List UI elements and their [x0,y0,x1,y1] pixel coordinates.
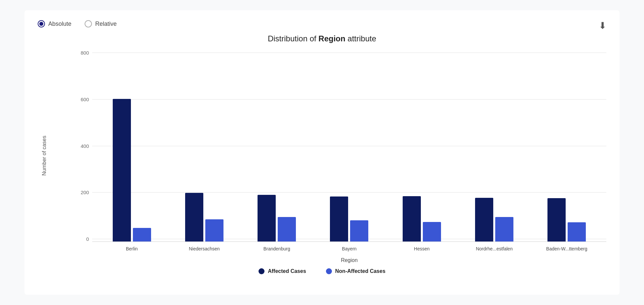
bar-non-affected [205,219,223,242]
radio-circle-relative [85,20,92,27]
bar-affected [475,198,493,242]
radio-absolute[interactable]: Absolute [38,20,71,27]
bar-group [113,99,151,242]
y-axis-label: Number of cases [38,50,51,262]
bar-non-affected [278,217,296,242]
legend-dot-nonaffected [326,268,332,274]
x-axis-title: Region [51,257,606,263]
x-axis-label-badenwttemberg: Baden-W...ttemberg [531,246,603,251]
chart-area: Number of cases 800 600 400 200 [38,50,606,262]
x-axis-label-bayern: Bayern [313,246,385,251]
radio-group: Absolute Relative [38,20,606,27]
bar-pair [547,198,586,242]
bar-pair [113,99,151,242]
legend-dot-affected [259,268,264,274]
legend-label-affected: Affected Cases [268,268,306,274]
bar-affected [547,198,566,242]
bar-pair [258,195,296,242]
bar-non-affected [568,222,586,242]
bar-affected [403,196,421,242]
x-axis-label-berlin: Berlin [96,246,168,251]
x-axis-label-nordrheestfalen: Nordrhe...estfalen [458,246,530,251]
x-axis-label-niedersachsen: Niedersachsen [168,246,240,251]
axis-bottom-line [92,241,606,242]
chart-title: Distribution of Region attribute [38,34,606,43]
bar-group [258,195,296,242]
bar-group [547,198,586,242]
x-axis-label-hessen: Hessen [385,246,458,251]
bar-pair [185,193,223,242]
bar-non-affected [133,228,151,242]
legend-non-affected: Non-Affected Cases [326,268,385,274]
bar-group [475,198,513,242]
radio-label-relative: Relative [95,21,117,27]
bars-container [92,50,606,242]
bar-group [185,193,223,242]
chart-plot-area: 800 600 400 200 0 [51,50,606,262]
bar-group [403,196,441,242]
chart-container: Absolute Relative Distribution of Region… [24,10,620,295]
download-button[interactable]: ⬇ [599,20,606,31]
bar-affected [258,195,276,242]
legend-affected: Affected Cases [259,268,306,274]
bar-non-affected [423,222,441,242]
bar-pair [330,196,368,242]
bar-affected [113,99,131,242]
bar-group [330,196,368,242]
radio-label-absolute: Absolute [48,21,71,27]
bar-non-affected [350,220,368,242]
radio-relative[interactable]: Relative [85,20,117,27]
bar-pair [403,196,441,242]
x-axis-label-brandenburg: Brandenburg [241,246,313,251]
bar-affected [330,196,348,242]
bar-non-affected [495,217,513,242]
radio-circle-absolute [38,20,45,27]
bar-pair [475,198,513,242]
bar-affected [185,193,203,242]
legend-label-non-affected: Non-Affected Cases [335,268,385,274]
legend: Affected Cases Non-Affected Cases [38,268,606,274]
